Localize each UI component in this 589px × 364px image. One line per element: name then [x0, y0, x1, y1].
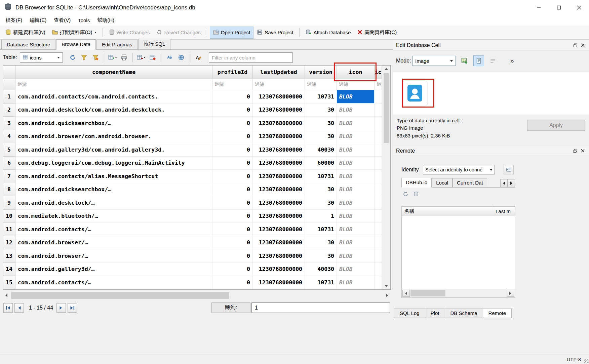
clear-filters-button[interactable] [78, 52, 90, 63]
cell-lastUpdated[interactable]: 1230768000000 [253, 263, 305, 276]
remote-scroll-left-button[interactable] [402, 290, 410, 297]
menu-help[interactable]: 幫助(H) [93, 15, 118, 25]
grid-corner[interactable] [3, 66, 15, 79]
row-number[interactable]: 12 [3, 236, 15, 250]
cell-icon[interactable]: BLOB [337, 183, 375, 197]
menu-file[interactable]: 檔案(F) [2, 15, 26, 25]
cell-icon[interactable]: BLOB [337, 90, 375, 104]
cell-version[interactable]: 60000 [305, 157, 337, 170]
identity-select[interactable]: Select an identity to conne [423, 165, 495, 174]
cell-componentName[interactable]: com.android.contacts/alias.MessageShortc… [15, 170, 212, 183]
filter-input-icon[interactable]: 過濾 [337, 79, 375, 90]
cell-lastUpdated[interactable]: 1230768000000 [253, 223, 305, 236]
attach-database-button[interactable]: Attach Database [302, 27, 354, 39]
cell-profileId[interactable]: 0 [212, 104, 253, 117]
menu-view[interactable]: 查看(V) [50, 15, 74, 25]
tab-browse-data[interactable]: Browse Data [56, 39, 96, 50]
cell-version[interactable]: 30 [305, 104, 337, 117]
cell-componentName[interactable]: com.debug.loggerui/com.debug.loggerui.Ma… [15, 157, 212, 170]
dock-splitter[interactable] [393, 143, 589, 145]
row-number[interactable]: 15 [3, 276, 15, 289]
cell-icon[interactable]: BLOB [337, 263, 375, 276]
cell-profileId[interactable]: 0 [212, 143, 253, 157]
cell-icon[interactable]: BLOB [337, 249, 375, 263]
text-mode-button[interactable] [473, 55, 484, 66]
column-header-version[interactable]: version [305, 66, 337, 79]
cell-partial[interactable] [375, 90, 382, 104]
dock-float-icon[interactable] [572, 42, 579, 49]
filter-input-componentName[interactable]: 過濾 [15, 79, 212, 90]
cell-componentName[interactable]: com.android.browser/… [15, 236, 212, 250]
dock-close-icon[interactable] [579, 42, 586, 49]
open-project-button[interactable]: Open Project [210, 27, 254, 39]
cell-lastUpdated[interactable]: 1230768000000 [253, 130, 305, 144]
goto-record-input[interactable] [251, 302, 390, 313]
remote-scroll-right-button[interactable] [507, 290, 514, 297]
word-wrap-button[interactable] [487, 55, 498, 66]
row-number[interactable]: 7 [3, 170, 15, 183]
cell-icon[interactable]: BLOB [337, 236, 375, 250]
encoding-label[interactable]: UTF-8 [567, 357, 581, 362]
remote-scroll-thumb[interactable] [410, 290, 445, 296]
open-database-dropdown-icon[interactable] [94, 32, 96, 33]
tab-execute-sql[interactable]: 執行 SQL [138, 39, 170, 49]
remote-refresh-button[interactable] [403, 191, 408, 198]
cell-version[interactable]: 10731 [305, 223, 337, 236]
cell-profileId[interactable]: 0 [212, 183, 253, 197]
cell-profileId[interactable]: 0 [212, 276, 253, 289]
cell-lastUpdated[interactable]: 1230768000000 [253, 276, 305, 289]
cell-lastUpdated[interactable]: 1230768000000 [253, 170, 305, 183]
vertical-scroll-thumb[interactable] [384, 73, 389, 143]
cell-profileId[interactable]: 0 [212, 263, 253, 276]
write-changes-button[interactable]: Write Changes [106, 27, 153, 39]
cell-componentName[interactable]: com.android.deskclock/… [15, 196, 212, 210]
toolbar-overflow-icon[interactable]: » [510, 57, 514, 65]
cell-icon[interactable]: BLOB [337, 117, 375, 130]
cell-partial[interactable] [375, 276, 382, 289]
filter-input-lastUpdated[interactable]: 過濾 [253, 79, 305, 90]
cell-partial[interactable] [375, 117, 382, 130]
cell-version[interactable]: 40030 [305, 143, 337, 157]
cell-partial[interactable] [375, 223, 382, 236]
cell-componentName[interactable]: com.android.quicksearchbox/… [15, 183, 212, 197]
row-number[interactable]: 11 [3, 223, 15, 236]
cell-version[interactable]: 30 [305, 196, 337, 210]
cell-partial[interactable] [375, 130, 382, 144]
dock-float-icon[interactable] [572, 147, 579, 155]
cell-partial[interactable] [375, 210, 382, 223]
column-header-componentName[interactable]: componentName [15, 66, 212, 79]
cell-icon[interactable]: BLOB [337, 157, 375, 170]
delete-record-button[interactable] [135, 52, 147, 63]
cell-version[interactable]: 30 [305, 130, 337, 144]
cell-lastUpdated[interactable]: 1230768000000 [253, 210, 305, 223]
cell-profileId[interactable]: 0 [212, 90, 253, 104]
new-record-dropdown-icon[interactable] [115, 57, 117, 58]
row-number[interactable]: 8 [3, 183, 15, 197]
row-number[interactable]: 13 [3, 249, 15, 263]
cell-componentName[interactable]: com.android.contacts/com.android.contact… [15, 90, 212, 104]
cell-profileId[interactable]: 0 [212, 223, 253, 236]
scroll-right-button[interactable] [383, 291, 391, 300]
dock-close-icon[interactable] [579, 147, 586, 155]
cell-partial[interactable] [375, 196, 382, 210]
remote-horizontal-scrollbar[interactable] [402, 289, 515, 297]
row-number[interactable]: 4 [3, 130, 15, 144]
save-table-button[interactable] [175, 52, 187, 63]
cell-lastUpdated[interactable]: 1230768000000 [253, 143, 305, 157]
cell-lastUpdated[interactable]: 1230768000000 [253, 196, 305, 210]
previous-page-button[interactable] [14, 303, 24, 313]
delete-record-dropdown-icon[interactable] [144, 57, 146, 58]
tab-edit-pragmas[interactable]: Edit Pragmas [96, 40, 138, 49]
row-number[interactable]: 6 [3, 157, 15, 170]
cell-componentName[interactable]: com.android.quicksearchbox/… [15, 117, 212, 130]
cell-profileId[interactable]: 0 [212, 130, 253, 144]
close-button[interactable] [569, 0, 589, 15]
resize-grip-icon[interactable] [584, 359, 588, 363]
revert-changes-button[interactable]: Revert Changes [153, 27, 204, 39]
cell-version[interactable]: 40030 [305, 263, 337, 276]
cell-partial[interactable] [375, 236, 382, 250]
cell-lastUpdated[interactable]: 1230768000000 [253, 236, 305, 250]
import-identity-button[interactable] [504, 165, 514, 174]
cell-componentName[interactable]: com.mediatek.bluetooth/… [15, 210, 212, 223]
cell-lastUpdated[interactable]: 1230768000000 [253, 249, 305, 263]
